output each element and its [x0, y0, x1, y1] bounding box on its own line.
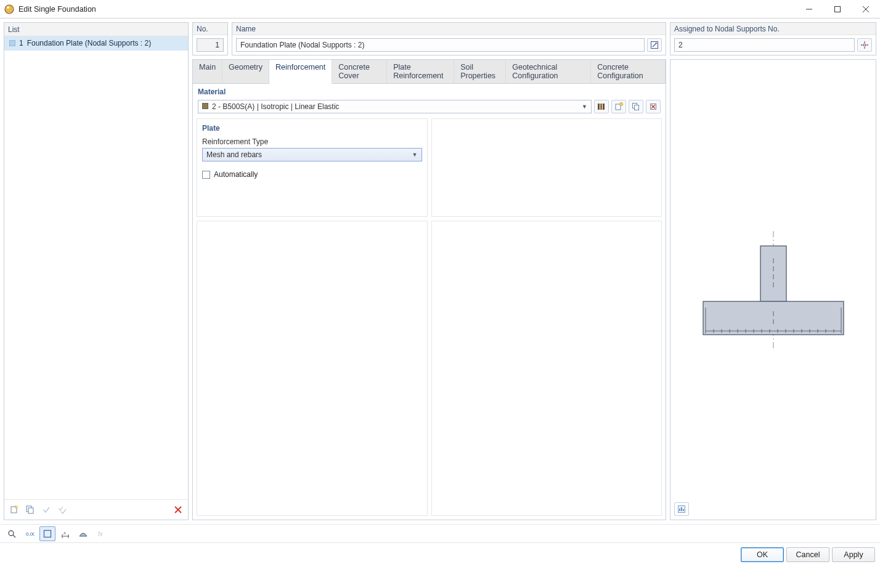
right-column: Assigned to Nodal Supports No.: [670, 22, 876, 520]
reinforcement-type-label: Reinforcement Type: [202, 137, 422, 146]
material-new-button[interactable]: [611, 100, 626, 113]
automatically-label: Automatically: [214, 170, 258, 179]
status-function-button: fx: [93, 526, 109, 541]
list-item-number: 1: [19, 39, 23, 47]
apply-button[interactable]: Apply: [832, 547, 875, 562]
svg-point-17: [620, 103, 623, 106]
header-row: No. Name: [192, 22, 666, 55]
plate-card: Plate Reinforcement Type Mesh and rebars…: [197, 118, 428, 217]
svg-text:A: A: [63, 531, 66, 535]
copy-item-button[interactable]: [23, 502, 38, 517]
svg-rect-15: [603, 104, 605, 110]
svg-rect-14: [600, 104, 602, 110]
tab-reinforcement[interactable]: Reinforcement: [269, 60, 332, 84]
middle-column: No. Name MainGeometryReinforcementConcre…: [192, 22, 666, 520]
checkbox-box-icon: [202, 171, 210, 179]
assigned-field[interactable]: [674, 38, 855, 52]
svg-point-51: [9, 531, 14, 536]
preview-settings-button[interactable]: [674, 502, 689, 516]
list-item[interactable]: 1 Foundation Plate (Nodal Supports : 2): [4, 36, 188, 51]
tab-content: Material 2 - B500S(A) | Isotropic | Line…: [193, 84, 666, 520]
status-toolbar: 0,00 A fx: [0, 524, 880, 542]
status-search-button[interactable]: [4, 526, 20, 541]
material-group: Material 2 - B500S(A) | Isotropic | Line…: [193, 84, 666, 118]
svg-rect-54: [44, 530, 51, 537]
new-item-button[interactable]: [7, 502, 22, 517]
app-icon: [4, 4, 15, 15]
svg-point-1: [7, 6, 9, 9]
list-item-label: Foundation Plate (Nodal Supports : 2): [27, 39, 151, 47]
tab-main[interactable]: Main: [193, 60, 222, 83]
close-button[interactable]: [852, 0, 880, 18]
no-field: [197, 38, 224, 52]
delete-item-button[interactable]: [171, 502, 185, 517]
svg-point-7: [15, 505, 18, 508]
svg-rect-13: [598, 104, 600, 110]
svg-rect-25: [760, 246, 786, 301]
tabstrip: MainGeometryReinforcementConcrete CoverP…: [193, 60, 666, 84]
workspace: List 1 Foundation Plate (Nodal Supports …: [0, 18, 880, 524]
material-library-button[interactable]: [594, 100, 609, 113]
status-dimension-button[interactable]: A: [57, 526, 73, 541]
automatically-checkbox[interactable]: Automatically: [202, 170, 422, 179]
material-select[interactable]: 2 - B500S(A) | Isotropic | Linear Elasti…: [198, 100, 592, 113]
plate-row: Plate Reinforcement Type Mesh and rebars…: [193, 118, 666, 221]
lower-cell-right: [431, 221, 662, 516]
name-field[interactable]: [236, 38, 645, 52]
svg-rect-26: [703, 301, 844, 335]
list-header: List: [4, 23, 188, 36]
window-titlebar: Edit Single Foundation: [0, 0, 880, 18]
left-column: List 1 Foundation Plate (Nodal Supports …: [4, 22, 189, 520]
status-units-button[interactable]: 0,00: [22, 526, 38, 541]
svg-text:0,00: 0,00: [26, 531, 35, 537]
preview-toolbar: [674, 502, 689, 516]
assigned-pick-button[interactable]: [857, 38, 872, 52]
svg-line-52: [13, 535, 15, 537]
list-panel: List 1 Foundation Plate (Nodal Supports …: [4, 22, 189, 520]
tab-geotechnical-configuration[interactable]: Geotechnical Configuration: [506, 60, 591, 83]
material-copy-button[interactable]: [629, 100, 643, 113]
check-button: [39, 502, 54, 517]
assigned-header: Assigned to Nodal Supports No.: [670, 23, 876, 35]
tab-soil-properties[interactable]: Soil Properties: [454, 60, 506, 83]
chevron-down-icon: ▼: [582, 104, 587, 110]
check-all-button: [55, 502, 70, 517]
material-selected: 2 - B500S(A) | Isotropic | Linear Elasti…: [212, 102, 339, 111]
svg-rect-9: [28, 508, 33, 513]
no-panel: No.: [192, 22, 228, 55]
tab-plate-reinforcement[interactable]: Plate Reinforcement: [387, 60, 454, 83]
tabs-panel: MainGeometryReinforcementConcrete CoverP…: [192, 59, 666, 520]
status-view1-button[interactable]: [39, 526, 55, 541]
no-header: No.: [193, 23, 227, 35]
list-body: 1 Foundation Plate (Nodal Supports : 2): [4, 36, 188, 520]
edit-name-button[interactable]: [647, 38, 662, 52]
chevron-down-icon: ▼: [412, 152, 418, 158]
cancel-button[interactable]: Cancel: [786, 547, 829, 562]
svg-text:fx: fx: [98, 531, 104, 537]
dialog-footer: OK Cancel Apply: [0, 542, 880, 566]
lower-cell-left: [197, 221, 428, 516]
material-swatch-icon: [202, 103, 208, 109]
svg-rect-3: [835, 6, 841, 12]
list-toolbar: [4, 499, 188, 520]
preview-panel: [670, 59, 876, 520]
svg-point-0: [5, 5, 14, 14]
reinforcement-type-select[interactable]: Mesh and rebars ▼: [202, 148, 422, 161]
name-panel: Name: [232, 22, 666, 55]
material-delete-button[interactable]: [646, 100, 661, 113]
plate-title: Plate: [202, 124, 422, 133]
foundation-preview-drawing: [670, 60, 876, 520]
tab-concrete-cover[interactable]: Concrete Cover: [332, 60, 387, 83]
material-title: Material: [198, 88, 661, 96]
assigned-panel: Assigned to Nodal Supports No.: [670, 22, 876, 55]
tab-concrete-configuration[interactable]: Concrete Configuration: [591, 60, 666, 83]
window-controls: [795, 0, 880, 18]
minimize-button[interactable]: [795, 0, 823, 18]
reinforcement-type-value: Mesh and rebars: [206, 150, 262, 159]
status-shade-button[interactable]: [75, 526, 91, 541]
ok-button[interactable]: OK: [741, 547, 784, 562]
maximize-button[interactable]: [823, 0, 852, 18]
name-header: Name: [232, 23, 666, 35]
tab-geometry[interactable]: Geometry: [222, 60, 269, 83]
list-item-swatch-icon: [9, 40, 15, 46]
